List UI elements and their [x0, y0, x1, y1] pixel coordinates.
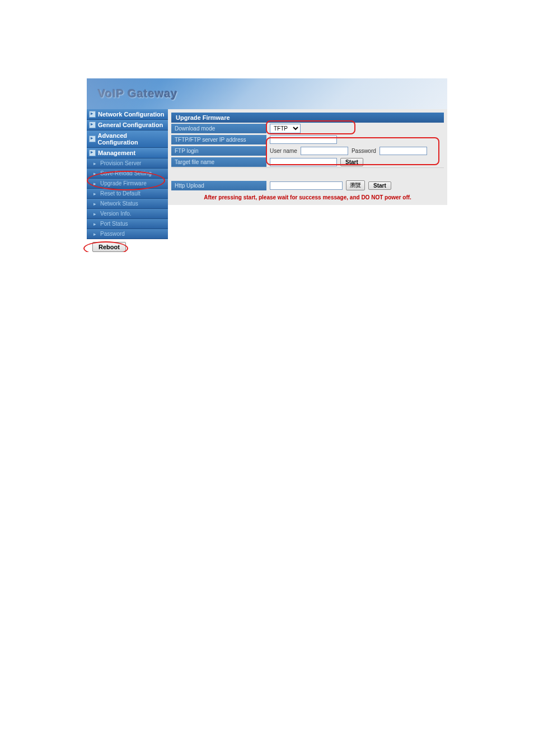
sidebar-item-management[interactable]: Management [87, 148, 168, 158]
warning-message: After pressing start, please wait for su… [171, 191, 444, 202]
sidebar-item-label: Advanced Configuration [98, 132, 166, 146]
sidebar-item-network-status[interactable]: Network Status [87, 199, 168, 209]
arrow-icon [93, 171, 98, 176]
sidebar-item-label: Upgrade Firmware [100, 180, 147, 186]
sidebar-item-label: Provision Server [100, 160, 141, 166]
password-input[interactable] [380, 147, 427, 155]
section-header-upgrade: Upgrade Firmware [171, 113, 444, 123]
sidebar-item-label: Network Status [100, 200, 138, 207]
start-button-upgrade[interactable]: Start [340, 158, 363, 166]
sidebar-item-label: General Configuration [98, 122, 163, 128]
sidebar: Network Configuration General Configurat… [87, 109, 168, 252]
arrow-icon [93, 192, 98, 196]
http-upload-label: Http Upload [171, 181, 266, 190]
http-upload-input[interactable] [270, 181, 343, 190]
download-mode-select[interactable]: TFTP [270, 124, 301, 133]
sidebar-item-reset-default[interactable]: Reset to Default [87, 189, 168, 199]
arrow-icon [93, 232, 98, 236]
username-label: User name [270, 148, 297, 154]
server-ip-input[interactable] [270, 136, 337, 144]
sidebar-item-general-config[interactable]: General Configuration [87, 120, 168, 130]
target-file-label: Target file name [171, 157, 266, 167]
sidebar-item-provision-server[interactable]: Provision Server [87, 158, 168, 169]
folder-icon [89, 136, 96, 142]
arrow-icon [93, 202, 98, 206]
sidebar-item-label: Password [100, 231, 125, 237]
browse-button[interactable]: 瀏覽 [346, 180, 365, 190]
page-title: VoIP Gateway [98, 87, 177, 100]
sidebar-item-label: Management [98, 150, 135, 156]
reboot-button[interactable]: Reboot [92, 242, 126, 252]
arrow-icon [93, 181, 98, 186]
folder-icon [89, 150, 96, 156]
form-row-http-upload: Http Upload 瀏覽 Start [171, 180, 444, 191]
main-content: Upgrade Firmware Download mode TFTP TFTP… [168, 109, 447, 205]
arrow-icon [93, 161, 98, 166]
username-input[interactable] [301, 147, 348, 155]
form-row-server-ip: TFTP/FTP server IP address [171, 134, 444, 145]
target-file-input[interactable] [270, 158, 337, 166]
sidebar-item-advanced-config[interactable]: Advanced Configuration [87, 130, 168, 148]
sidebar-item-label: Version Info. [100, 211, 132, 217]
sidebar-item-version-info[interactable]: Version Info. [87, 209, 168, 219]
sidebar-item-label: Reset to Default [100, 190, 140, 197]
sidebar-item-upgrade-firmware[interactable]: Upgrade Firmware [87, 179, 168, 189]
arrow-icon [93, 222, 98, 226]
form-row-target-file: Target file name Start [171, 156, 444, 167]
form-row-ftp-login: FTP login User name Password [171, 145, 444, 156]
folder-icon [89, 111, 96, 118]
banner: VoIP Gateway [87, 78, 447, 109]
password-label: Password [352, 148, 376, 154]
sidebar-item-save-reload[interactable]: Save-Reload Setting [87, 169, 168, 179]
sidebar-item-port-status[interactable]: Port Status [87, 219, 168, 229]
sidebar-item-network-config[interactable]: Network Configuration [87, 109, 168, 120]
ftp-login-label: FTP login [171, 146, 266, 156]
download-mode-label: Download mode [171, 124, 266, 133]
start-button-http[interactable]: Start [368, 181, 391, 190]
sidebar-item-label: Save-Reload Setting [100, 170, 152, 176]
arrow-icon [93, 212, 98, 216]
server-ip-label: TFTP/FTP server IP address [171, 135, 266, 144]
sidebar-item-password[interactable]: Password [87, 229, 168, 239]
form-row-download-mode: Download mode TFTP [171, 123, 444, 134]
sidebar-item-label: Port Status [100, 221, 128, 227]
folder-icon [89, 122, 96, 128]
sidebar-item-label: Network Configuration [98, 111, 165, 118]
